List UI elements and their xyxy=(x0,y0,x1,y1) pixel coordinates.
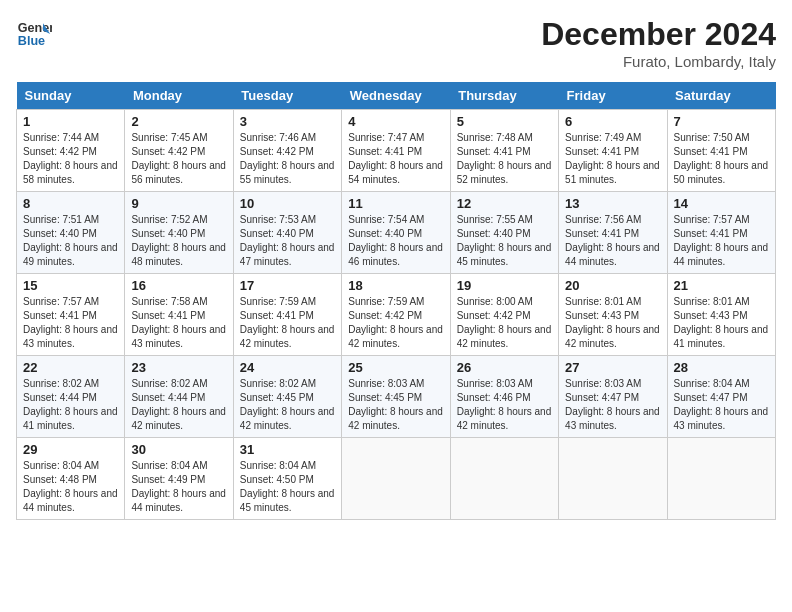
cell-content: Sunrise: 7:56 AMSunset: 4:41 PMDaylight:… xyxy=(565,213,660,269)
calendar-cell: 9Sunrise: 7:52 AMSunset: 4:40 PMDaylight… xyxy=(125,192,233,274)
day-number: 29 xyxy=(23,442,118,457)
day-number: 21 xyxy=(674,278,769,293)
day-number: 23 xyxy=(131,360,226,375)
day-number: 7 xyxy=(674,114,769,129)
cell-content: Sunrise: 7:51 AMSunset: 4:40 PMDaylight:… xyxy=(23,213,118,269)
day-number: 12 xyxy=(457,196,552,211)
day-number: 8 xyxy=(23,196,118,211)
weekday-header-row: SundayMondayTuesdayWednesdayThursdayFrid… xyxy=(17,82,776,110)
calendar-cell: 3Sunrise: 7:46 AMSunset: 4:42 PMDaylight… xyxy=(233,110,341,192)
week-row-4: 22Sunrise: 8:02 AMSunset: 4:44 PMDayligh… xyxy=(17,356,776,438)
weekday-header-saturday: Saturday xyxy=(667,82,775,110)
cell-content: Sunrise: 7:44 AMSunset: 4:42 PMDaylight:… xyxy=(23,131,118,187)
logo: General Blue xyxy=(16,16,52,52)
cell-content: Sunrise: 7:57 AMSunset: 4:41 PMDaylight:… xyxy=(674,213,769,269)
calendar-cell: 13Sunrise: 7:56 AMSunset: 4:41 PMDayligh… xyxy=(559,192,667,274)
cell-content: Sunrise: 7:57 AMSunset: 4:41 PMDaylight:… xyxy=(23,295,118,351)
calendar-cell: 17Sunrise: 7:59 AMSunset: 4:41 PMDayligh… xyxy=(233,274,341,356)
calendar-cell xyxy=(559,438,667,520)
week-row-5: 29Sunrise: 8:04 AMSunset: 4:48 PMDayligh… xyxy=(17,438,776,520)
calendar-cell: 11Sunrise: 7:54 AMSunset: 4:40 PMDayligh… xyxy=(342,192,450,274)
day-number: 26 xyxy=(457,360,552,375)
cell-content: Sunrise: 8:04 AMSunset: 4:47 PMDaylight:… xyxy=(674,377,769,433)
weekday-header-tuesday: Tuesday xyxy=(233,82,341,110)
calendar-cell: 15Sunrise: 7:57 AMSunset: 4:41 PMDayligh… xyxy=(17,274,125,356)
calendar-cell: 5Sunrise: 7:48 AMSunset: 4:41 PMDaylight… xyxy=(450,110,558,192)
cell-content: Sunrise: 8:04 AMSunset: 4:48 PMDaylight:… xyxy=(23,459,118,515)
logo-icon: General Blue xyxy=(16,16,52,52)
weekday-header-sunday: Sunday xyxy=(17,82,125,110)
cell-content: Sunrise: 8:03 AMSunset: 4:45 PMDaylight:… xyxy=(348,377,443,433)
calendar-cell xyxy=(667,438,775,520)
cell-content: Sunrise: 7:50 AMSunset: 4:41 PMDaylight:… xyxy=(674,131,769,187)
cell-content: Sunrise: 7:58 AMSunset: 4:41 PMDaylight:… xyxy=(131,295,226,351)
cell-content: Sunrise: 7:48 AMSunset: 4:41 PMDaylight:… xyxy=(457,131,552,187)
calendar-cell: 28Sunrise: 8:04 AMSunset: 4:47 PMDayligh… xyxy=(667,356,775,438)
cell-content: Sunrise: 7:54 AMSunset: 4:40 PMDaylight:… xyxy=(348,213,443,269)
day-number: 27 xyxy=(565,360,660,375)
day-number: 9 xyxy=(131,196,226,211)
cell-content: Sunrise: 7:52 AMSunset: 4:40 PMDaylight:… xyxy=(131,213,226,269)
calendar-cell: 21Sunrise: 8:01 AMSunset: 4:43 PMDayligh… xyxy=(667,274,775,356)
day-number: 5 xyxy=(457,114,552,129)
calendar-cell: 31Sunrise: 8:04 AMSunset: 4:50 PMDayligh… xyxy=(233,438,341,520)
cell-content: Sunrise: 7:49 AMSunset: 4:41 PMDaylight:… xyxy=(565,131,660,187)
cell-content: Sunrise: 8:00 AMSunset: 4:42 PMDaylight:… xyxy=(457,295,552,351)
calendar-cell: 27Sunrise: 8:03 AMSunset: 4:47 PMDayligh… xyxy=(559,356,667,438)
calendar-cell: 25Sunrise: 8:03 AMSunset: 4:45 PMDayligh… xyxy=(342,356,450,438)
day-number: 20 xyxy=(565,278,660,293)
calendar-cell: 20Sunrise: 8:01 AMSunset: 4:43 PMDayligh… xyxy=(559,274,667,356)
calendar-cell: 30Sunrise: 8:04 AMSunset: 4:49 PMDayligh… xyxy=(125,438,233,520)
calendar-cell: 22Sunrise: 8:02 AMSunset: 4:44 PMDayligh… xyxy=(17,356,125,438)
calendar-cell xyxy=(342,438,450,520)
cell-content: Sunrise: 7:55 AMSunset: 4:40 PMDaylight:… xyxy=(457,213,552,269)
calendar-cell: 29Sunrise: 8:04 AMSunset: 4:48 PMDayligh… xyxy=(17,438,125,520)
day-number: 28 xyxy=(674,360,769,375)
calendar-cell: 19Sunrise: 8:00 AMSunset: 4:42 PMDayligh… xyxy=(450,274,558,356)
day-number: 11 xyxy=(348,196,443,211)
cell-content: Sunrise: 8:02 AMSunset: 4:44 PMDaylight:… xyxy=(23,377,118,433)
day-number: 30 xyxy=(131,442,226,457)
cell-content: Sunrise: 8:01 AMSunset: 4:43 PMDaylight:… xyxy=(674,295,769,351)
day-number: 4 xyxy=(348,114,443,129)
weekday-header-thursday: Thursday xyxy=(450,82,558,110)
day-number: 15 xyxy=(23,278,118,293)
cell-content: Sunrise: 7:59 AMSunset: 4:42 PMDaylight:… xyxy=(348,295,443,351)
weekday-header-monday: Monday xyxy=(125,82,233,110)
calendar-cell xyxy=(450,438,558,520)
cell-content: Sunrise: 8:02 AMSunset: 4:45 PMDaylight:… xyxy=(240,377,335,433)
day-number: 25 xyxy=(348,360,443,375)
calendar-cell: 18Sunrise: 7:59 AMSunset: 4:42 PMDayligh… xyxy=(342,274,450,356)
svg-text:Blue: Blue xyxy=(18,34,45,48)
page-header: General Blue December 2024 Furato, Lomba… xyxy=(16,16,776,70)
cell-content: Sunrise: 7:53 AMSunset: 4:40 PMDaylight:… xyxy=(240,213,335,269)
calendar-cell: 8Sunrise: 7:51 AMSunset: 4:40 PMDaylight… xyxy=(17,192,125,274)
day-number: 22 xyxy=(23,360,118,375)
week-row-2: 8Sunrise: 7:51 AMSunset: 4:40 PMDaylight… xyxy=(17,192,776,274)
day-number: 31 xyxy=(240,442,335,457)
day-number: 6 xyxy=(565,114,660,129)
calendar-cell: 12Sunrise: 7:55 AMSunset: 4:40 PMDayligh… xyxy=(450,192,558,274)
weekday-header-wednesday: Wednesday xyxy=(342,82,450,110)
calendar-cell: 23Sunrise: 8:02 AMSunset: 4:44 PMDayligh… xyxy=(125,356,233,438)
cell-content: Sunrise: 7:47 AMSunset: 4:41 PMDaylight:… xyxy=(348,131,443,187)
day-number: 17 xyxy=(240,278,335,293)
day-number: 18 xyxy=(348,278,443,293)
cell-content: Sunrise: 8:04 AMSunset: 4:49 PMDaylight:… xyxy=(131,459,226,515)
weekday-header-friday: Friday xyxy=(559,82,667,110)
calendar-cell: 14Sunrise: 7:57 AMSunset: 4:41 PMDayligh… xyxy=(667,192,775,274)
day-number: 19 xyxy=(457,278,552,293)
cell-content: Sunrise: 7:45 AMSunset: 4:42 PMDaylight:… xyxy=(131,131,226,187)
week-row-3: 15Sunrise: 7:57 AMSunset: 4:41 PMDayligh… xyxy=(17,274,776,356)
calendar-cell: 16Sunrise: 7:58 AMSunset: 4:41 PMDayligh… xyxy=(125,274,233,356)
day-number: 16 xyxy=(131,278,226,293)
cell-content: Sunrise: 7:59 AMSunset: 4:41 PMDaylight:… xyxy=(240,295,335,351)
calendar-cell: 10Sunrise: 7:53 AMSunset: 4:40 PMDayligh… xyxy=(233,192,341,274)
day-number: 14 xyxy=(674,196,769,211)
calendar-cell: 24Sunrise: 8:02 AMSunset: 4:45 PMDayligh… xyxy=(233,356,341,438)
cell-content: Sunrise: 8:01 AMSunset: 4:43 PMDaylight:… xyxy=(565,295,660,351)
calendar-cell: 6Sunrise: 7:49 AMSunset: 4:41 PMDaylight… xyxy=(559,110,667,192)
cell-content: Sunrise: 8:03 AMSunset: 4:47 PMDaylight:… xyxy=(565,377,660,433)
cell-content: Sunrise: 8:02 AMSunset: 4:44 PMDaylight:… xyxy=(131,377,226,433)
cell-content: Sunrise: 8:03 AMSunset: 4:46 PMDaylight:… xyxy=(457,377,552,433)
